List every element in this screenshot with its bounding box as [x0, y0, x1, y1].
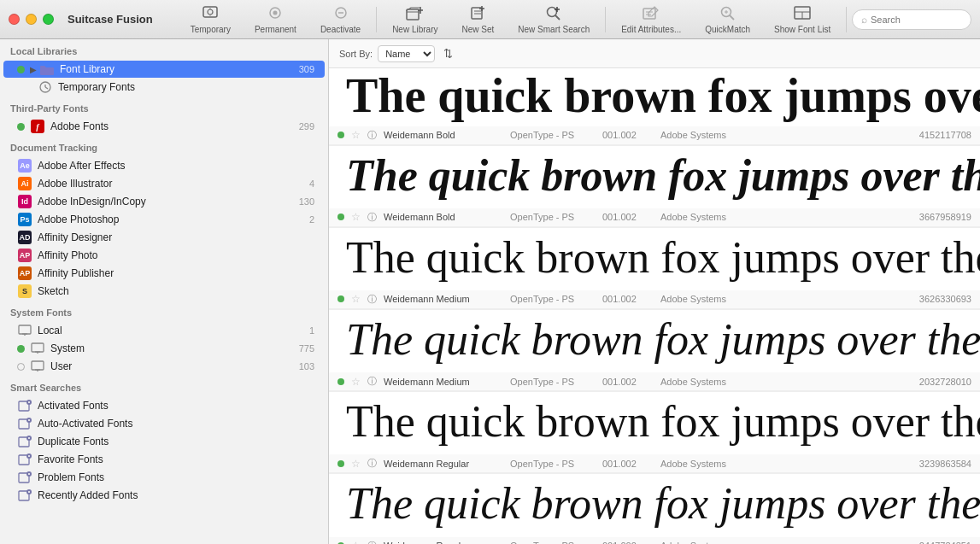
font-type-4: OpenType - PS: [510, 459, 596, 469]
font-preview-0: The quick brown fox jumps over the lazy …: [329, 68, 980, 126]
font-star-3[interactable]: ☆: [351, 376, 361, 388]
font-entry-4: The quick brown fox jumps over the lazy …: [329, 392, 980, 474]
duplicate-fonts-label: Duplicate Fonts: [38, 436, 314, 447]
affinity-publisher-label: Affinity Publisher: [38, 267, 314, 279]
affinity-photo-icon: AP: [17, 249, 32, 261]
search-box[interactable]: ⌕: [852, 9, 971, 30]
system-monitor-icon: [30, 342, 45, 354]
minimize-button[interactable]: [26, 14, 37, 25]
sketch-icon: S: [17, 285, 32, 297]
new-smart-search-icon: [544, 5, 563, 23]
toolbar-permanent[interactable]: Permanent: [243, 2, 308, 38]
font-vendor-0: Adobe Systems: [660, 130, 746, 140]
sidebar-item-affinity-publisher[interactable]: AP Affinity Publisher: [3, 265, 325, 282]
sort-order-button[interactable]: ⇅: [440, 47, 456, 60]
close-button[interactable]: [9, 14, 20, 25]
font-id-5: 2447734351: [919, 541, 971, 544]
toolbar-new-set[interactable]: New Set: [449, 2, 506, 38]
sidebar-item-problem-fonts[interactable]: Problem Fonts: [3, 469, 325, 486]
toolbar-new-library-label: New Library: [392, 25, 437, 34]
toolbar-quickmatch[interactable]: QuickMatch: [693, 2, 762, 38]
font-version-1: 001.002: [602, 212, 654, 222]
font-star-0[interactable]: ☆: [351, 129, 361, 141]
photoshop-count: 2: [309, 214, 314, 225]
sidebar-item-affinity-photo[interactable]: AP Affinity Photo: [3, 247, 325, 264]
sidebar-item-system[interactable]: System 775: [3, 340, 325, 357]
sidebar: Local Libraries ▶ Font Library 309 Tempo…: [0, 39, 329, 544]
sidebar-item-adobe-fonts[interactable]: f Adobe Fonts 299: [3, 118, 325, 135]
active-dot: [17, 66, 25, 73]
toolbar-show-font-list[interactable]: Show Font List: [762, 2, 842, 38]
font-version-2: 001.002: [602, 294, 654, 304]
sidebar-item-font-library[interactable]: ▶ Font Library 309: [3, 61, 325, 78]
sidebar-item-auto-activated[interactable]: Auto-Activated Fonts: [3, 415, 325, 432]
local-label: Local: [38, 325, 306, 336]
toolbar-show-font-list-label: Show Font List: [774, 25, 830, 34]
font-info-2[interactable]: ⓘ: [367, 293, 377, 306]
font-name-1: Weidemann Bold: [384, 212, 503, 222]
indesign-icon: Id: [17, 196, 32, 208]
favorite-fonts-label: Favorite Fonts: [38, 453, 314, 465]
toolbar-temporary[interactable]: Temporary: [179, 2, 243, 38]
toolbar-edit-attributes-label: Edit Attributes...: [621, 25, 681, 34]
sidebar-item-illustrator[interactable]: Ai Adobe Illustrator 4: [3, 175, 325, 192]
font-info-5[interactable]: ⓘ: [367, 540, 377, 544]
local-count: 1: [309, 325, 314, 336]
duplicate-fonts-icon: [17, 436, 32, 447]
svg-line-17: [555, 15, 560, 20]
font-info-1[interactable]: ⓘ: [367, 211, 377, 224]
sidebar-item-local[interactable]: Local 1: [3, 322, 325, 339]
clock-icon: [38, 81, 53, 93]
font-preview-5: The quick brown fox jumps over the lazy …: [329, 474, 980, 536]
edit-attributes-icon: [642, 5, 660, 23]
font-preview-3: The quick brown fox jumps over the lazy …: [329, 310, 980, 372]
font-version-5: 001.002: [602, 541, 654, 544]
font-star-5[interactable]: ☆: [351, 540, 361, 544]
recently-added-icon: [17, 489, 32, 501]
sidebar-item-activated-fonts[interactable]: Activated Fonts: [3, 397, 325, 414]
font-preview-1: The quick brown fox jumps over the lazy …: [329, 146, 980, 208]
font-star-4[interactable]: ☆: [351, 458, 361, 470]
sidebar-item-photoshop[interactable]: Ps Adobe Photoshop 2: [3, 211, 325, 228]
search-input[interactable]: [871, 15, 962, 25]
sort-select[interactable]: Name Family Type Version: [378, 45, 435, 62]
font-info-0[interactable]: ⓘ: [367, 129, 377, 142]
adobe-fonts-icon: f: [30, 120, 45, 132]
font-vendor-3: Adobe Systems: [660, 377, 746, 387]
sidebar-item-duplicate-fonts[interactable]: Duplicate Fonts: [3, 433, 325, 450]
font-name-4: Weidemann Regular: [384, 459, 503, 469]
sidebar-item-favorite-fonts[interactable]: Favorite Fonts: [3, 451, 325, 468]
local-monitor-icon: [17, 325, 32, 336]
font-info-3[interactable]: ⓘ: [367, 375, 377, 388]
font-library-count: 309: [299, 64, 314, 74]
font-vendor-5: Adobe Systems: [660, 541, 746, 544]
font-star-2[interactable]: ☆: [351, 293, 361, 305]
toolbar-new-smart-search[interactable]: New Smart Search: [506, 2, 601, 38]
toolbar-edit-attributes[interactable]: Edit Attributes...: [609, 2, 693, 38]
font-version-0: 001.002: [602, 130, 654, 140]
toolbar-new-library[interactable]: New Library: [380, 2, 449, 38]
font-info-4[interactable]: ⓘ: [367, 457, 377, 470]
sidebar-item-temporary-fonts[interactable]: Temporary Fonts: [3, 79, 325, 96]
sidebar-item-recently-added[interactable]: Recently Added Fonts: [3, 487, 325, 504]
activated-fonts-label: Activated Fonts: [38, 400, 314, 412]
toolbar-deactivate[interactable]: Deactivate: [308, 2, 373, 38]
adobe-fonts-count: 299: [299, 121, 314, 132]
sidebar-item-affinity-designer[interactable]: AD Affinity Designer: [3, 229, 325, 246]
font-star-1[interactable]: ☆: [351, 211, 361, 223]
maximize-button[interactable]: [43, 14, 54, 25]
font-preview-4: The quick brown fox jumps over the lazy …: [329, 392, 980, 454]
temporary-fonts-label: Temporary Fonts: [58, 81, 314, 93]
system-dot: [17, 345, 25, 353]
font-meta-row-2: ☆ ⓘ Weidemann Medium OpenType - PS 001.0…: [329, 290, 980, 309]
sidebar-item-user[interactable]: User 103: [3, 358, 325, 375]
window-controls: [9, 14, 54, 25]
sidebar-item-after-effects[interactable]: Ae Adobe After Effects: [3, 157, 325, 174]
user-label: User: [50, 360, 296, 372]
font-version-4: 001.002: [602, 459, 654, 469]
font-meta-row-4: ☆ ⓘ Weidemann Regular OpenType - PS 001.…: [329, 454, 980, 473]
sidebar-item-indesign[interactable]: Id Adobe InDesign/InCopy 130: [3, 193, 325, 210]
indesign-count: 130: [299, 196, 314, 207]
font-status-dot-2: [337, 295, 344, 302]
sidebar-item-sketch[interactable]: S Sketch: [3, 283, 325, 300]
